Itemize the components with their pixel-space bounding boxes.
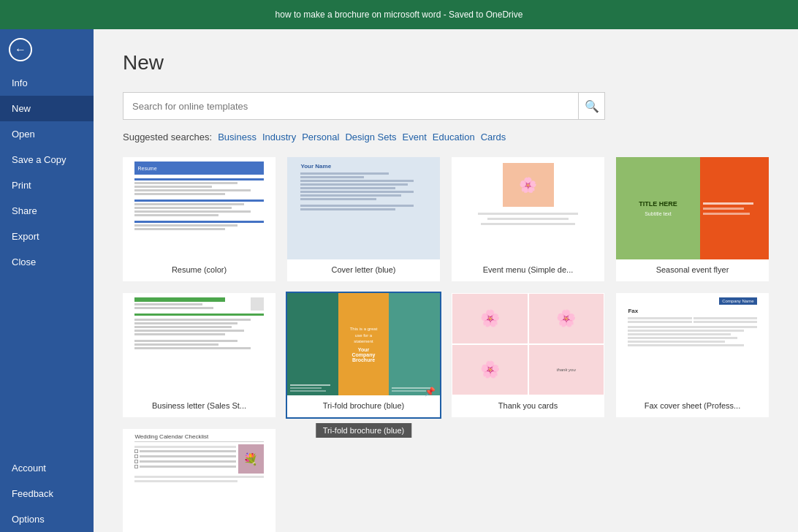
search-input[interactable]	[123, 95, 578, 118]
template-name: Seasonal event flyer	[616, 259, 769, 281]
back-arrow-icon: ←	[9, 38, 32, 61]
template-thankyou-cards[interactable]: 🌸 🌸 🌸 thank you Thank you cards	[452, 293, 604, 417]
template-thumbnail: Your Name	[287, 157, 440, 259]
template-thumbnail: 🌸 🌸 🌸 thank you	[452, 293, 604, 395]
template-name: Resume (color)	[123, 259, 276, 281]
template-name: Thank you cards	[452, 395, 604, 417]
template-trifold-brochure[interactable]: This is a greatuse for astatement YourCo…	[287, 293, 440, 417]
template-event-menu[interactable]: 🌸 Event menu (Simple de...	[452, 157, 604, 281]
sidebar-item-account[interactable]: Account	[0, 455, 94, 481]
template-thumbnail: Company Name Fax	[616, 293, 769, 395]
template-thumbnail: 🌸	[452, 157, 604, 259]
suggested-personal[interactable]: Personal	[302, 132, 339, 142]
template-name: Fax cover sheet (Profess...	[616, 395, 769, 417]
template-name: Event menu (Simple de...	[452, 259, 604, 281]
sidebar-item-print[interactable]: Print	[0, 172, 94, 198]
template-name: Tri-fold brochure (blue)	[287, 395, 440, 417]
brochure-tooltip: Tri-fold brochure (blue)	[316, 423, 411, 438]
suggested-business[interactable]: Business	[218, 132, 256, 142]
template-wedding-calendar[interactable]: Wedding Calendar Checklist	[123, 429, 276, 532]
template-thumbnail: Resume	[123, 157, 276, 259]
sidebar-item-save-copy[interactable]: Save a Copy	[0, 147, 94, 172]
title-text: how to make a brochure on microsoft word…	[276, 10, 523, 20]
sidebar-item-new[interactable]: New	[0, 96, 94, 121]
suggested-searches: Suggested searches: Business Industry Pe…	[123, 132, 769, 142]
sidebar-item-info[interactable]: Info	[0, 70, 94, 96]
suggested-industry[interactable]: Industry	[262, 132, 296, 142]
template-name: Business letter (Sales St...	[123, 395, 276, 417]
suggested-design-sets[interactable]: Design Sets	[345, 132, 396, 142]
sidebar-item-feedback[interactable]: Feedback	[0, 481, 94, 506]
suggested-cards[interactable]: Cards	[481, 132, 506, 142]
sidebar-item-options[interactable]: Options	[0, 506, 94, 532]
suggested-education[interactable]: Education	[433, 132, 475, 142]
sidebar-item-share[interactable]: Share	[0, 198, 94, 224]
sidebar: ← Info New Open Save a Copy Print Share	[0, 29, 94, 532]
search-icon: 🔍	[585, 99, 599, 113]
template-name: Cover letter (blue)	[287, 259, 440, 281]
sidebar-nav: Info New Open Save a Copy Print Share Ex…	[0, 70, 94, 532]
sidebar-item-export[interactable]: Export	[0, 224, 94, 249]
template-business-letter[interactable]: Business letter (Sales St...	[123, 293, 276, 417]
main-layout: ← Info New Open Save a Copy Print Share	[0, 29, 798, 532]
search-bar: 🔍	[123, 92, 605, 120]
pin-icon: 📌	[425, 387, 436, 397]
search-button[interactable]: 🔍	[578, 93, 604, 119]
main-content: New 🔍 Suggested searches: Business Indus…	[94, 29, 798, 532]
template-seasonal-flyer[interactable]: TITLE HERE Subtitle text Seasonal event …	[616, 157, 769, 281]
template-fax-cover[interactable]: Company Name Fax	[616, 293, 769, 417]
template-thumbnail: This is a greatuse for astatement YourCo…	[287, 293, 440, 395]
title-bar: how to make a brochure on microsoft word…	[0, 0, 798, 29]
suggested-event[interactable]: Event	[403, 132, 427, 142]
templates-grid: Resume	[123, 157, 769, 532]
back-button[interactable]: ←	[6, 35, 35, 64]
template-thumbnail	[123, 293, 276, 395]
suggested-label: Suggested searches:	[123, 132, 212, 142]
template-thumbnail: Wedding Calendar Checklist	[123, 429, 276, 531]
template-cover-letter[interactable]: Your Name Cover letter (blue)	[287, 157, 440, 281]
sidebar-item-open[interactable]: Open	[0, 121, 94, 147]
page-title: New	[123, 51, 769, 75]
sidebar-item-close[interactable]: Close	[0, 249, 94, 275]
template-resume-color[interactable]: Resume	[123, 157, 276, 281]
template-thumbnail: TITLE HERE Subtitle text	[616, 157, 769, 259]
